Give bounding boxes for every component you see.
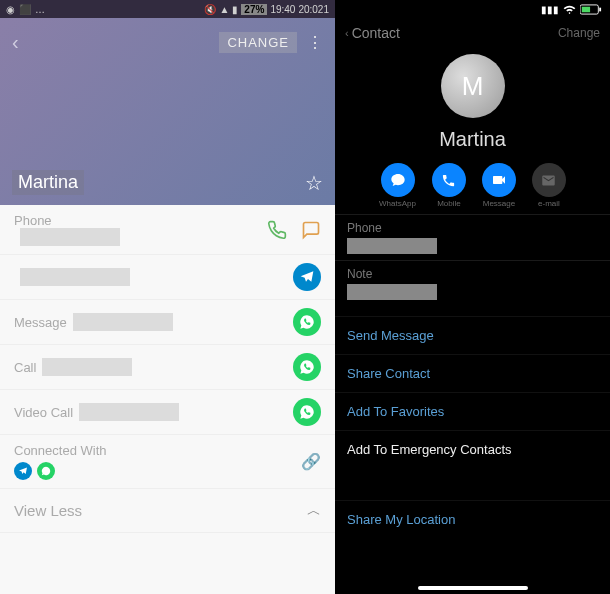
wifi-icon: ▲ <box>219 4 229 15</box>
whatsapp-video-row[interactable]: Video Call <box>0 390 335 435</box>
note-label: Note <box>347 267 598 281</box>
note-value-redacted <box>347 284 437 300</box>
action-whatsapp[interactable]: WhatsApp <box>379 163 416 208</box>
battery-icon <box>580 4 602 15</box>
phone-value-redacted <box>347 238 437 254</box>
video-value-redacted <box>79 403 179 421</box>
back-button[interactable]: ‹ <box>12 31 19 54</box>
whatsapp-call-row[interactable]: Call <box>0 345 335 390</box>
telegram-icon[interactable] <box>293 263 321 291</box>
phone-section[interactable]: Phone <box>335 214 610 260</box>
video-call-label: Video Call <box>14 405 73 420</box>
status-notification-icons: ◉ ⬛ … <box>6 4 45 15</box>
share-location-link[interactable]: Share My Location <box>335 500 610 538</box>
phone-label: Phone <box>347 221 598 235</box>
call-value-redacted <box>42 358 132 376</box>
mail-icon <box>532 163 566 197</box>
change-button[interactable]: CHANGE <box>219 32 297 53</box>
chevron-up-icon: ︿ <box>307 502 321 520</box>
action-label: WhatsApp <box>379 199 416 208</box>
app-icon: ⬛ <box>19 4 31 15</box>
quick-actions: WhatsApp Mobile Message e-mail <box>335 163 610 208</box>
telegram-value-redacted <box>20 268 130 286</box>
action-mobile[interactable]: Mobile <box>432 163 466 208</box>
ios-header: ‹ Contact Change <box>335 18 610 48</box>
phone-icon[interactable] <box>267 220 287 240</box>
contact-detail-list: Phone Message Call Video Call <box>0 205 335 594</box>
battery-percent: 27% <box>241 4 267 15</box>
whatsapp-icon[interactable] <box>293 353 321 381</box>
message-value-redacted <box>73 313 173 331</box>
message-label: Message <box>14 315 67 330</box>
clock-2: 20:021 <box>298 4 329 15</box>
android-contact-screen: ◉ ⬛ … 🔇 ▲ ▮ 27% 19:40 20:021 ‹ CHANGE ⋮ … <box>0 0 335 594</box>
add-emergency-link[interactable]: Add To Emergency Contacts <box>335 430 610 468</box>
phone-label: Phone <box>14 213 120 228</box>
back-button[interactable]: ‹ <box>345 27 349 39</box>
overflow-menu-icon[interactable]: ⋮ <box>307 33 323 52</box>
more-icon: … <box>35 4 45 15</box>
home-indicator[interactable] <box>418 586 528 590</box>
note-section[interactable]: Note <box>335 260 610 306</box>
wifi-icon <box>563 4 576 14</box>
favorite-star-icon[interactable]: ☆ <box>305 171 323 195</box>
share-contact-link[interactable]: Share Contact <box>335 354 610 392</box>
link-icon: 🔗 <box>301 452 321 471</box>
connected-with-row: Connected With 🔗 <box>0 435 335 489</box>
contact-name: Martina <box>335 128 610 151</box>
send-message-link[interactable]: Send Message <box>335 316 610 354</box>
view-less-row[interactable]: View Less ︿ <box>0 489 335 533</box>
avatar: M <box>441 54 505 118</box>
svg-rect-1 <box>582 6 590 12</box>
status-system-icons: 🔇 ▲ ▮ 27% 19:40 20:021 <box>204 4 329 15</box>
message-bubble-icon <box>381 163 415 197</box>
phone-number-redacted <box>20 228 120 246</box>
action-label: e-mail <box>538 199 560 208</box>
change-button[interactable]: Change <box>558 26 600 40</box>
clock-1: 19:40 <box>270 4 295 15</box>
call-label: Call <box>14 360 36 375</box>
contact-hero: ‹ CHANGE ⋮ Martina ☆ <box>0 18 335 205</box>
android-status-bar: ◉ ⬛ … 🔇 ▲ ▮ 27% 19:40 20:021 <box>0 0 335 18</box>
whatsapp-icon: ◉ <box>6 4 15 15</box>
action-video[interactable]: Message <box>482 163 516 208</box>
header-title: Contact <box>352 25 400 41</box>
message-icon[interactable] <box>301 220 321 240</box>
video-icon <box>482 163 516 197</box>
action-label: Mobile <box>437 199 461 208</box>
signal-icon: ▮▮▮ <box>541 4 559 15</box>
whatsapp-icon <box>37 462 55 480</box>
add-favorites-link[interactable]: Add To Favorites <box>335 392 610 430</box>
contact-name: Martina <box>12 170 84 195</box>
whatsapp-icon[interactable] <box>293 398 321 426</box>
action-label: Message <box>483 199 515 208</box>
telegram-icon <box>14 462 32 480</box>
telegram-row[interactable] <box>0 255 335 300</box>
signal-icon: ▮ <box>232 4 238 15</box>
avatar-container: M <box>335 54 610 118</box>
ios-status-bar: 9:41 ▮▮▮ <box>335 0 610 18</box>
phone-icon <box>432 163 466 197</box>
svg-rect-2 <box>599 7 601 11</box>
mute-icon: 🔇 <box>204 4 216 15</box>
connected-label: Connected With <box>14 443 107 458</box>
view-less-label: View Less <box>14 502 82 519</box>
whatsapp-message-row[interactable]: Message <box>0 300 335 345</box>
phone-row[interactable]: Phone <box>0 205 335 255</box>
action-email: e-mail <box>532 163 566 208</box>
ios-contact-screen: 9:41 ▮▮▮ ‹ Contact Change M Martina What… <box>335 0 610 594</box>
whatsapp-icon[interactable] <box>293 308 321 336</box>
